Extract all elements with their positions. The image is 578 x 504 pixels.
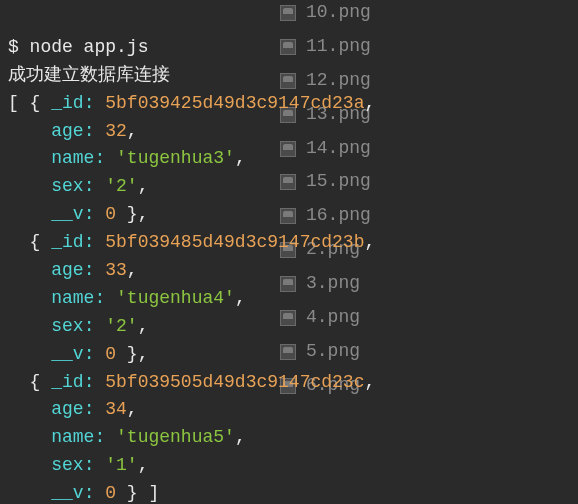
val-name: 'tugenhua5' (116, 427, 235, 447)
val-v: 0 (105, 344, 116, 364)
key-id: _id (51, 372, 83, 392)
key-id: _id (51, 93, 83, 113)
key-name: name (51, 148, 94, 168)
bracket-open: [ (8, 93, 30, 113)
db-message: 成功建立数据库连接 (8, 65, 170, 85)
val-sex: '2' (105, 316, 137, 336)
val-sex: '1' (105, 455, 137, 475)
val-id: 5bf039505d49d3c9147cd23c (105, 372, 364, 392)
prompt: $ (8, 37, 30, 57)
val-v: 0 (105, 204, 116, 224)
key-sex: sex (51, 316, 83, 336)
command: node app.js (30, 37, 149, 57)
val-sex: '2' (105, 176, 137, 196)
terminal-output: $ node app.js 成功建立数据库连接 [ { _id: 5bf0394… (0, 0, 578, 504)
bracket-close: ] (138, 483, 160, 503)
key-id: _id (51, 232, 83, 252)
val-age: 32 (105, 121, 127, 141)
val-id: 5bf039485d49d3c9147cd23b (105, 232, 364, 252)
key-name: name (51, 427, 94, 447)
key-sex: sex (51, 455, 83, 475)
val-id: 5bf039425d49d3c9147cd23a (105, 93, 364, 113)
val-name: 'tugenhua4' (116, 288, 235, 308)
val-name: 'tugenhua3' (116, 148, 235, 168)
key-age: age (51, 121, 83, 141)
key-v: __v (51, 344, 83, 364)
key-v: __v (51, 483, 83, 503)
key-age: age (51, 399, 83, 419)
key-sex: sex (51, 176, 83, 196)
key-age: age (51, 260, 83, 280)
key-v: __v (51, 204, 83, 224)
val-age: 34 (105, 399, 127, 419)
val-v: 0 (105, 483, 116, 503)
val-age: 33 (105, 260, 127, 280)
key-name: name (51, 288, 94, 308)
